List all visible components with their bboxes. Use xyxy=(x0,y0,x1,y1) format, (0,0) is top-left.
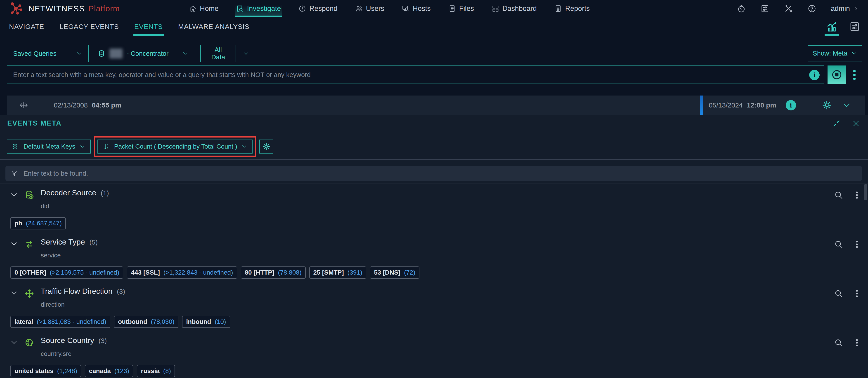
tab-events[interactable]: EVENTS xyxy=(134,17,163,36)
tools-icon[interactable] xyxy=(784,4,793,13)
meta-value-count: (78,030) xyxy=(151,318,174,325)
service-dropdown[interactable]: - Concentrator xyxy=(92,45,194,62)
timeline-drag-handle[interactable] xyxy=(7,100,41,110)
help-icon[interactable] xyxy=(807,4,816,13)
scrollbar-thumb[interactable] xyxy=(864,184,867,200)
jobs-icon[interactable] xyxy=(761,4,769,13)
chevron-down-icon[interactable] xyxy=(10,240,18,248)
nav-label: Files xyxy=(459,4,474,13)
show-meta-label: Show: Meta xyxy=(813,50,847,57)
chevron-down-icon[interactable] xyxy=(10,338,18,346)
info-icon[interactable]: i xyxy=(809,70,819,80)
user-menu[interactable]: admin xyxy=(831,4,859,13)
gear-icon xyxy=(262,142,271,150)
funnel-icon xyxy=(10,170,18,177)
chevron-down-icon[interactable] xyxy=(10,289,18,297)
meta-value-count: (1,248) xyxy=(57,367,77,375)
nav-item-investigate[interactable]: Investigate xyxy=(235,0,282,17)
stopwatch-icon[interactable] xyxy=(737,4,746,13)
chevron-down-icon[interactable] xyxy=(10,191,18,199)
utility-bar: admin xyxy=(737,4,859,13)
sort-order-dropdown[interactable]: Packet Count ( Descending by Total Count… xyxy=(97,140,253,153)
database-sync-icon xyxy=(24,190,34,200)
query-search-row: i xyxy=(7,66,862,84)
meta-value-chip[interactable]: lateral(>1,881,083 - undefined) xyxy=(10,316,110,328)
time-range-dropdown[interactable]: All Data xyxy=(200,45,256,62)
brand-name: NETWITNESS xyxy=(29,4,85,13)
meta-value-chip[interactable]: 80 [HTTP](78,808) xyxy=(241,267,306,279)
search-icon[interactable] xyxy=(834,240,843,249)
query-search-input[interactable] xyxy=(7,66,824,83)
sync-arrows-icon xyxy=(24,239,34,249)
kebab-menu-icon[interactable] xyxy=(855,191,859,200)
meta-view-toggle[interactable] xyxy=(826,17,838,36)
meta-value-label: russia xyxy=(141,367,160,375)
meta-value-chip[interactable]: outbound(78,030) xyxy=(114,316,178,328)
meta-group-header: Service Type (5) service xyxy=(10,238,861,259)
time-range-chevron[interactable] xyxy=(236,45,256,62)
search-icon[interactable] xyxy=(834,289,843,298)
meta-filter-box xyxy=(5,166,862,181)
meta-value-chip[interactable]: russia(8) xyxy=(137,365,175,377)
chevron-down-icon[interactable] xyxy=(842,101,851,110)
query-search-box: i xyxy=(7,66,824,84)
nav-item-home[interactable]: Home xyxy=(188,0,220,17)
meta-value-chip[interactable]: 25 [SMTP](391) xyxy=(309,267,367,279)
meta-value-chip[interactable]: 443 [SSL](>1,322,843 - undefined) xyxy=(127,267,237,279)
move-arrows-icon xyxy=(24,288,34,299)
kebab-menu-icon[interactable] xyxy=(855,338,859,347)
meta-value-chip[interactable]: inbound(10) xyxy=(182,316,230,328)
meta-settings-button[interactable] xyxy=(259,140,273,153)
meta-toolbar: Default Meta Keys Packet Count ( Descend… xyxy=(7,136,273,157)
kebab-menu-icon[interactable] xyxy=(855,240,859,249)
kebab-menu-icon[interactable] xyxy=(855,289,859,298)
kebab-menu-icon[interactable] xyxy=(851,69,857,81)
meta-group-title: Decoder Source (1) xyxy=(41,188,109,197)
timeline-selection-handle[interactable] xyxy=(700,96,703,115)
list-icon xyxy=(12,143,20,150)
meta-group: Traffic Flow Direction (3) direction lat… xyxy=(0,284,868,333)
meta-value-chip[interactable]: canada(123) xyxy=(85,365,133,377)
meta-groups: Decoder Source (1) did ph(24,687,547) Se… xyxy=(0,185,868,378)
tab-legacy-events[interactable]: LEGACY EVENTS xyxy=(59,17,119,36)
chevron-right-icon xyxy=(853,6,859,11)
query-console-button[interactable] xyxy=(828,66,846,84)
collapse-icon[interactable] xyxy=(833,120,840,127)
meta-keys-dropdown[interactable]: Default Meta Keys xyxy=(7,140,91,153)
nav-item-users[interactable]: Users xyxy=(354,0,386,17)
nav-item-hosts[interactable]: Hosts xyxy=(400,0,432,17)
chevron-down-icon xyxy=(80,144,85,149)
show-meta-dropdown[interactable]: Show: Meta xyxy=(808,45,862,61)
start-time: 04:55 pm xyxy=(92,101,121,109)
saved-queries-dropdown[interactable]: Saved Queries xyxy=(7,45,89,62)
meta-value-chip[interactable]: ph(24,687,547) xyxy=(10,217,66,230)
meta-value-label: united states xyxy=(14,367,54,375)
close-icon[interactable] xyxy=(852,120,860,127)
search-icon[interactable] xyxy=(834,338,843,347)
meta-value-chip[interactable]: 0 [OTHER](>2,169,575 - undefined) xyxy=(10,267,123,279)
sort-order-label: Packet Count ( Descending by Total Count… xyxy=(114,143,237,150)
meta-filter-input[interactable] xyxy=(24,170,857,177)
info-icon[interactable]: i xyxy=(786,100,796,110)
tab-navigate[interactable]: NAVIGATE xyxy=(9,17,44,36)
nav-label: Dashboard xyxy=(502,4,537,13)
gear-icon[interactable] xyxy=(822,100,832,110)
meta-value-count: (78,808) xyxy=(278,269,301,276)
divider xyxy=(0,160,868,160)
tab-malware-analysis[interactable]: MALWARE ANALYSIS xyxy=(178,17,250,36)
nav-item-files[interactable]: Files xyxy=(447,0,475,17)
timeline-start[interactable]: 02/13/2008 04:55 pm xyxy=(54,101,121,109)
chevron-down-icon xyxy=(182,50,188,57)
start-date: 02/13/2008 xyxy=(54,101,88,109)
nav-item-dashboard[interactable]: Dashboard xyxy=(490,0,538,17)
nav-item-reports[interactable]: Reports xyxy=(553,0,591,17)
timeline-end[interactable]: 05/13/2024 12:00 pm xyxy=(709,101,776,109)
meta-group-header: Source Country (3) country.src xyxy=(10,336,861,357)
meta-value-chip[interactable]: united states(1,248) xyxy=(10,365,81,377)
divider xyxy=(0,183,868,184)
meta-value-chip[interactable]: 53 [DNS](72) xyxy=(370,267,420,279)
preferences-icon[interactable] xyxy=(849,21,860,32)
nav-item-respond[interactable]: Respond xyxy=(297,0,339,17)
search-icon[interactable] xyxy=(834,191,843,200)
brand-logo[interactable]: NETWITNESS Platform xyxy=(9,2,120,15)
